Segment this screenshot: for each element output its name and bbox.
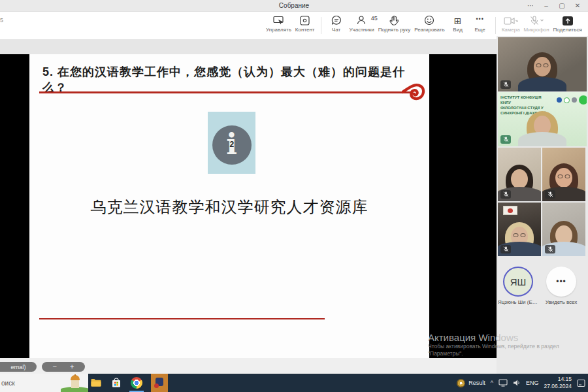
microphone-button[interactable]: Микрофон	[522, 14, 551, 33]
view-button[interactable]: ⊞ Вид	[447, 14, 469, 33]
see-all-label: Увидеть всех	[541, 299, 581, 305]
action-center-icon[interactable]	[577, 379, 585, 387]
react-button[interactable]: Реагировать	[412, 14, 446, 33]
microphone-label: Микрофон	[524, 27, 549, 33]
presentation-slide: 5. 在您的汉语教学工作中，您感觉（认为）最大（难）的问题是什么？ i 2 乌克…	[29, 54, 429, 358]
slide-question-title: 5. 在您的汉语教学工作中，您感觉（认为）最大（难）的问题是什么？	[42, 64, 421, 95]
mic-muted-icon	[500, 135, 511, 144]
camera-button[interactable]: Камера	[500, 14, 522, 33]
clock-time: 14:15	[558, 376, 572, 383]
camera-label: Камера	[502, 27, 520, 33]
teams-meeting-window: Собрание ⋯ – ▢ ✕ 5 Управлять Контент	[0, 0, 588, 392]
microphone-muted-icon	[529, 14, 544, 25]
video-tile[interactable]	[498, 203, 541, 256]
chat-icon	[331, 14, 342, 25]
search-text: оиск	[1, 380, 15, 387]
cropped-text-fragment: 5	[0, 17, 3, 24]
see-all-button[interactable]: •••	[546, 267, 576, 297]
shared-screen-stage: 5. 在您的汉语教学工作中，您感觉（认为）最大（难）的问题是什么？ i 2 乌克…	[0, 54, 497, 358]
see-all-ellipsis-icon: •••	[556, 277, 566, 286]
mic-muted-icon	[545, 190, 555, 199]
zoom-in-button[interactable]: +	[70, 363, 74, 370]
share-control-strip: ernal) − +	[0, 358, 497, 374]
share-label: Поделиться	[553, 27, 582, 33]
mic-muted-icon	[500, 245, 511, 253]
mic-muted-icon	[500, 80, 511, 89]
more-ellipsis-icon: •••	[476, 14, 483, 25]
window-minimize-button[interactable]: –	[538, 0, 554, 12]
zoom-out-button[interactable]: −	[53, 363, 57, 370]
window-more-button[interactable]: ⋯	[523, 0, 538, 12]
window-close-button[interactable]: ✕	[570, 0, 585, 12]
taskbar-clock[interactable]: 14:15 27.06.2024	[544, 376, 572, 389]
volume-tray-icon[interactable]	[513, 379, 521, 387]
slide-bottom-rule	[39, 318, 325, 319]
video-tile[interactable]	[542, 203, 585, 256]
clock-date: 27.06.2024	[544, 383, 572, 390]
participant-name-label: Яцзюнь Ши (Ex…	[498, 299, 538, 305]
mic-muted-icon	[500, 190, 511, 199]
toolbar-divider	[495, 17, 496, 34]
more-button[interactable]: ••• Еще	[469, 14, 491, 33]
chat-button[interactable]: Чат	[325, 14, 348, 33]
zoom-pill: − +	[42, 362, 85, 372]
camera-icon	[504, 14, 518, 25]
swirl-ornament-icon	[402, 82, 425, 103]
info-superscript: 2	[230, 140, 235, 149]
raise-hand-label: Поднять руку	[378, 27, 410, 33]
tray-app-label: Result	[468, 380, 485, 386]
tray-app[interactable]: Result	[457, 379, 485, 387]
video-tile[interactable]	[498, 148, 541, 201]
display-tray-icon[interactable]	[498, 379, 508, 387]
window-maximize-button[interactable]: ▢	[554, 0, 570, 12]
content-label: Контент	[295, 27, 315, 33]
slide-body-text: 乌克兰汉语教学和汉学研究人才资源库	[29, 197, 429, 218]
participants-button[interactable]: 45 Участники	[348, 14, 376, 33]
video-tile[interactable]: ІНСТИТУТ КОНФУЦІЯ КНЛУ ФІЛОЛОГІЧНІ СТУДІ…	[498, 92, 587, 146]
wall-picture	[503, 206, 517, 215]
manage-screen-icon	[273, 14, 284, 25]
more-label: Еще	[474, 27, 485, 33]
microsoft-store-icon[interactable]	[110, 377, 122, 389]
flashing-app-icon[interactable]	[151, 374, 168, 392]
participant-avatar[interactable]: ЯШ	[503, 267, 533, 297]
raise-hand-icon	[389, 14, 399, 25]
video-tile[interactable]	[498, 37, 587, 91]
info-clipart: i 2	[208, 112, 255, 174]
windows-taskbar: оиск Result ^	[0, 374, 588, 392]
file-explorer-icon[interactable]	[90, 377, 102, 389]
share-screen-icon	[563, 14, 573, 25]
participants-icon	[357, 14, 367, 25]
chrome-icon[interactable]	[131, 377, 142, 389]
video-tile[interactable]	[542, 148, 585, 201]
content-icon	[300, 14, 310, 25]
chat-label: Чат	[332, 27, 340, 33]
content-button[interactable]: Контент	[293, 14, 317, 33]
share-button[interactable]: Поделиться	[551, 14, 584, 33]
meeting-toolbar: 5 Управлять Контент Чат	[0, 12, 588, 39]
shared-window-chrome-strip	[0, 39, 497, 54]
toolbar-divider	[321, 17, 321, 34]
overflow-participants-row: ЯШ ••• Яцзюнь Ши (Ex… Увидеть всех	[497, 267, 588, 306]
avatar-initials: ЯШ	[510, 276, 527, 287]
view-label: Вид	[453, 27, 462, 33]
participants-sidebar: ІНСТИТУТ КОНФУЦІЯ КНЛУ ФІЛОЛОГІЧНІ СТУДІ…	[497, 36, 588, 374]
search-highlight-image	[61, 374, 88, 392]
manage-button[interactable]: Управлять	[264, 14, 293, 33]
react-label: Реагировать	[414, 27, 444, 33]
taskbar-search-box[interactable]: оиск	[0, 374, 88, 392]
manage-label: Управлять	[266, 27, 291, 33]
window-titlebar: Собрание ⋯ – ▢ ✕	[0, 0, 588, 12]
info-icon: i 2	[212, 125, 252, 165]
slide-title-underline	[39, 91, 412, 93]
raise-hand-button[interactable]: Поднять руку	[376, 14, 412, 33]
language-indicator[interactable]: ENG	[526, 380, 539, 386]
institute-logos	[557, 95, 585, 105]
participants-label: Участники	[350, 27, 374, 33]
presenter-pill-label: ernal)	[10, 364, 25, 370]
tray-expand-chevron-icon[interactable]: ^	[491, 380, 493, 386]
tray-app-icon	[457, 379, 465, 387]
presenter-pill[interactable]: ernal)	[0, 362, 37, 372]
window-title: Собрание	[0, 2, 588, 9]
react-smiley-icon	[424, 14, 434, 25]
